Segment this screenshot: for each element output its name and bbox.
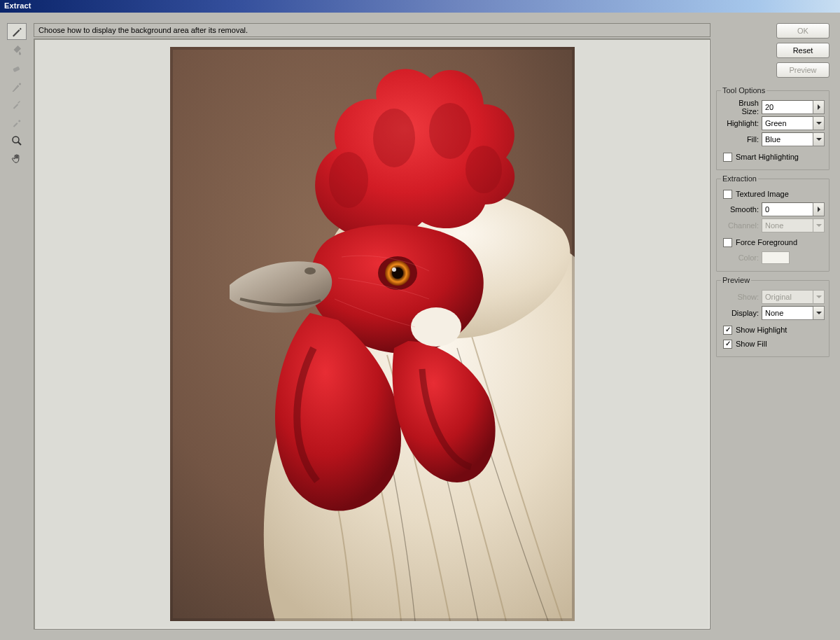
ok-label: OK [797,27,808,35]
hint-text: Choose how to display the background are… [38,26,248,34]
highlight-label: Highlight: [721,119,762,127]
preview-label: Preview [789,66,816,74]
ok-button[interactable]: OK [776,23,830,39]
edge-highlighter-tool[interactable] [7,23,27,40]
channel-label: Channel: [721,221,762,230]
show-dropdown-button [813,290,825,304]
brush-size-label: Brush Size: [721,99,762,116]
show-fill-checkbox[interactable]: ✓ [723,340,732,349]
show-label: Show: [721,293,762,301]
channel-select: None [762,218,813,232]
svg-point-9 [411,307,461,347]
extraction-legend: Extraction [721,174,758,183]
highlight-select[interactable]: Green [762,116,813,130]
show-fill-label: Show Fill [736,340,767,348]
smooth-input[interactable]: 0 [762,202,813,216]
smart-highlighting-checkbox[interactable] [723,153,732,162]
preview-button[interactable]: Preview [776,62,830,78]
force-foreground-checkbox[interactable] [723,238,732,247]
textured-image-checkbox[interactable] [723,190,732,199]
svg-point-5 [329,152,368,208]
preview-legend: Preview [721,276,751,284]
image-preview [170,47,575,621]
reset-label: Reset [793,46,813,55]
eyedropper-tool[interactable] [7,78,27,95]
tool-options-group: Tool Options Brush Size: 20 Highlight: G… [716,86,830,170]
tool-strip [7,23,28,629]
hint-bar: Choose how to display the background are… [34,23,710,37]
svg-rect-0 [13,67,20,73]
preview-group: Preview Show: Original Display: None ✓ S… [716,276,830,357]
cleanup-tool[interactable] [7,96,27,113]
svg-line-3 [18,142,22,146]
dialog-body: Choose how to display the background are… [0,13,840,640]
document-canvas [170,47,575,621]
display-select[interactable]: None [762,306,813,320]
extraction-group: Extraction Textured Image Smooth: 0 Chan… [716,174,830,272]
title-bar: Extract [0,0,840,13]
smooth-label: Smooth: [721,205,762,214]
highlight-dropdown-button[interactable] [813,116,825,130]
fill-tool[interactable] [7,41,27,58]
force-foreground-label: Force Foreground [736,238,797,246]
canvas-viewport[interactable] [34,39,710,629]
tool-options-legend: Tool Options [721,86,766,95]
smart-highlighting-label: Smart Highlighting [736,153,799,161]
fill-select[interactable]: Blue [762,132,813,146]
display-dropdown-button[interactable] [813,306,825,320]
zoom-tool[interactable] [7,132,27,149]
show-select: Original [762,290,813,304]
fill-label: Fill: [721,135,762,144]
show-highlight-checkbox[interactable]: ✓ [723,326,732,335]
reset-button[interactable]: Reset [776,43,830,58]
hand-tool[interactable] [7,151,27,167]
fill-dropdown-button[interactable] [813,132,825,146]
brush-size-spinner[interactable] [813,100,825,114]
show-highlight-label: Show Highlight [736,326,787,334]
svg-point-10 [304,267,316,274]
textured-image-label: Textured Image [736,190,789,198]
window-title: Extract [4,1,31,10]
svg-point-1 [18,120,20,122]
edge-touchup-tool[interactable] [7,114,27,131]
color-label: Color: [721,253,762,262]
smooth-spinner[interactable] [813,202,825,216]
right-panel: OK Reset Preview Tool Options Brush Size… [716,23,830,629]
eraser-tool[interactable] [7,60,27,76]
svg-point-7 [429,103,471,159]
center-column: Choose how to display the background are… [34,23,710,629]
brush-size-input[interactable]: 20 [762,100,813,114]
display-label: Display: [721,309,762,317]
channel-dropdown-button [813,218,825,232]
color-swatch [762,251,790,264]
svg-point-14 [392,267,396,272]
svg-point-8 [465,146,502,193]
svg-point-6 [373,109,415,167]
